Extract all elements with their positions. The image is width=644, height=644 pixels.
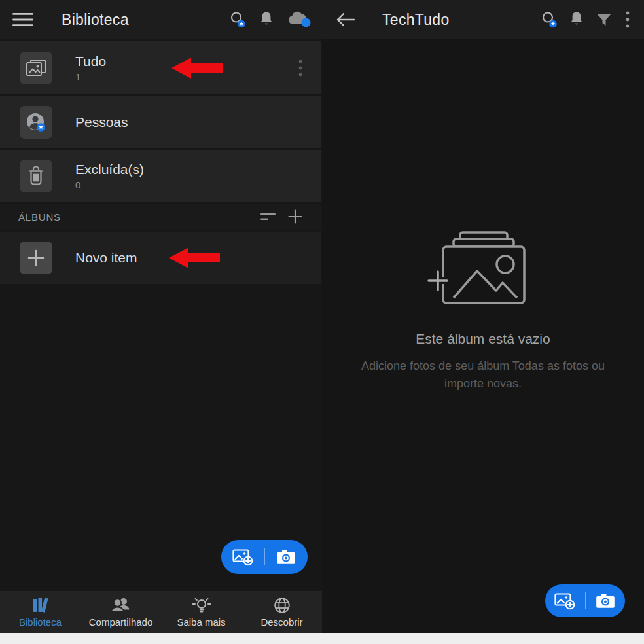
- add-album-icon[interactable]: [285, 207, 305, 226]
- people-premium-icon: [20, 106, 52, 139]
- all-photos-count: 1: [75, 71, 106, 82]
- deleted-label: Excluída(s): [75, 162, 144, 177]
- list-item-all-photos[interactable]: Tudo 1: [0, 41, 321, 94]
- nav-label-discover: Descobrir: [260, 617, 302, 628]
- list-item-people[interactable]: Pessoas: [0, 96, 321, 148]
- add-photos-fab[interactable]: [545, 584, 625, 617]
- empty-album-illustration: [427, 230, 539, 310]
- sort-albums-icon[interactable]: [258, 207, 277, 226]
- notifications-bell-icon[interactable]: [565, 9, 588, 31]
- people-label: Pessoas: [75, 115, 128, 130]
- nav-label-shared: Compartilhado: [89, 617, 153, 628]
- library-books-icon: [31, 597, 50, 614]
- red-annotation-arrow: [171, 57, 223, 79]
- red-annotation-arrow: [169, 247, 220, 269]
- nav-tab-shared[interactable]: Compartilhado: [80, 591, 161, 633]
- notifications-bell-icon[interactable]: [255, 9, 277, 31]
- nav-label-learn: Saiba mais: [177, 617, 225, 628]
- home-gesture-strip: [0, 633, 644, 644]
- learn-lightbulb-icon: [190, 597, 213, 614]
- add-photo-icon[interactable]: [545, 584, 585, 617]
- new-album-label: Novo item: [75, 250, 137, 266]
- filter-funnel-icon[interactable]: [593, 9, 615, 31]
- search-premium-icon[interactable]: [538, 9, 560, 31]
- album-panel: TechTudo Este álbum est: [322, 0, 644, 633]
- empty-album-state: Este álbum está vazio Adicione fotos de …: [322, 230, 644, 393]
- camera-icon[interactable]: [265, 540, 308, 574]
- cloud-sync-icon[interactable]: [284, 9, 313, 31]
- nav-tab-discover[interactable]: Descobrir: [241, 591, 322, 633]
- trash-icon: [20, 160, 52, 192]
- add-photos-fab[interactable]: [221, 540, 308, 574]
- library-header: Biblioteca: [0, 0, 322, 39]
- main-area: Biblioteca Tudo: [0, 0, 644, 633]
- nav-tab-learn[interactable]: Saiba mais: [161, 591, 241, 633]
- overflow-kebab-icon[interactable]: [620, 9, 635, 31]
- search-premium-icon[interactable]: [226, 9, 249, 31]
- hamburger-menu-icon[interactable]: [12, 9, 34, 31]
- nav-tab-library[interactable]: Biblioteca: [0, 591, 80, 633]
- camera-icon[interactable]: [586, 584, 626, 617]
- library-title: Biblioteca: [62, 11, 129, 29]
- album-header: TechTudo: [322, 0, 644, 39]
- albums-label: ÁLBUNS: [18, 211, 61, 223]
- empty-album-title: Este álbum está vazio: [416, 331, 550, 347]
- all-photos-icon: [20, 52, 52, 84]
- item-overflow-kebab-icon[interactable]: [298, 60, 302, 77]
- library-panel: Biblioteca Tudo: [0, 0, 322, 633]
- albums-section-header: ÁLBUNS: [0, 204, 321, 230]
- all-photos-label: Tudo: [75, 54, 106, 69]
- discover-globe-icon: [274, 597, 291, 614]
- empty-album-subtitle: Adicione fotos de seu álbum Todas as fot…: [348, 357, 618, 393]
- lightroom-two-screens: Biblioteca Tudo: [0, 0, 644, 644]
- list-item-new-album[interactable]: Novo item: [0, 232, 321, 284]
- list-item-deleted[interactable]: Excluída(s) 0: [0, 150, 321, 202]
- add-photo-icon[interactable]: [221, 540, 264, 574]
- nav-label-library: Biblioteca: [19, 617, 62, 628]
- album-title: TechTudo: [382, 11, 450, 29]
- deleted-count: 0: [75, 179, 144, 190]
- new-item-plus-icon: [20, 241, 52, 274]
- shared-people-icon: [109, 597, 133, 614]
- bottom-navigation: Biblioteca Compartilhado Saiba mais Desc…: [0, 591, 322, 633]
- back-arrow-icon[interactable]: [334, 9, 356, 31]
- library-list: Tudo 1 Pessoas: [0, 39, 322, 284]
